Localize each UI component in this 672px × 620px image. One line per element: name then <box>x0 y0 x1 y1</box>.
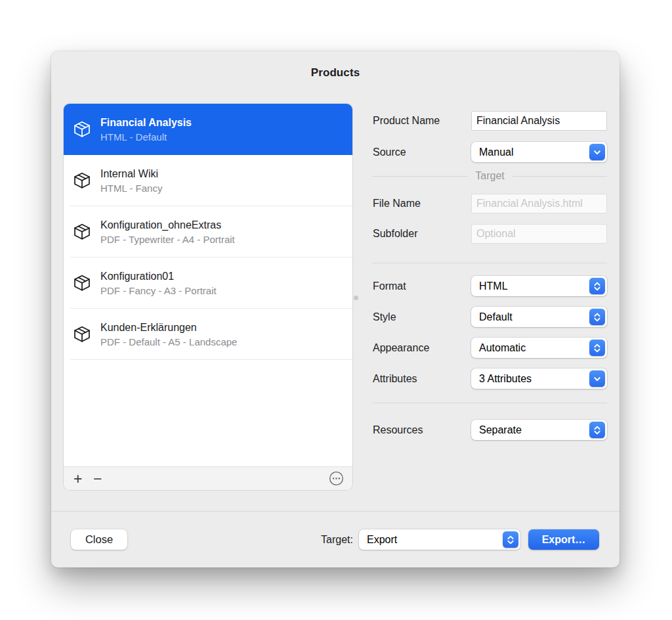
list-item-internal-wiki[interactable]: Internal Wiki HTML - Fancy <box>64 155 352 206</box>
product-name-label: Product Name <box>373 115 440 127</box>
product-list: Financial Analysis HTML - Default Intern… <box>64 104 352 466</box>
page-title: Products <box>51 66 620 79</box>
form-divider <box>373 403 607 403</box>
chevron-up-down-icon <box>589 309 605 325</box>
resources-label: Resources <box>373 424 423 436</box>
source-label: Source <box>373 146 406 158</box>
form-divider <box>373 263 607 263</box>
subfolder-label: Subfolder <box>373 228 418 240</box>
style-select[interactable]: Default <box>471 307 607 327</box>
product-title: Internal Wiki <box>100 167 162 181</box>
chevron-down-icon <box>589 370 605 387</box>
product-title: Konfiguration01 <box>100 269 217 283</box>
product-subtitle: PDF - Fancy - A3 - Portrait <box>100 284 217 297</box>
chevron-down-icon <box>589 144 605 160</box>
product-title: Financial Analysis <box>100 116 192 129</box>
format-label: Format <box>373 280 406 292</box>
format-select[interactable]: HTML <box>471 276 607 296</box>
chevron-up-down-icon <box>589 340 605 356</box>
remove-product-button[interactable]: − <box>93 469 113 489</box>
product-name-field[interactable] <box>471 111 607 131</box>
product-subtitle: HTML - Default <box>100 131 192 143</box>
target-group-label: Target <box>475 170 504 182</box>
chevron-up-down-icon <box>589 422 605 438</box>
product-title: Konfiguration_ohneExtras <box>100 218 235 232</box>
shippingbox-icon <box>72 120 92 139</box>
file-name-field[interactable] <box>471 194 607 213</box>
close-button[interactable]: Close <box>71 529 127 550</box>
product-subtitle: PDF - Default - A5 - Landscape <box>100 336 237 348</box>
target-label: Target: <box>287 529 353 550</box>
footer-divider <box>51 511 620 512</box>
source-select[interactable]: Manual <box>471 142 607 162</box>
add-product-button[interactable]: + <box>74 469 93 489</box>
product-subtitle: HTML - Fancy <box>100 182 162 194</box>
export-button[interactable]: Export… <box>528 529 599 550</box>
list-item-kunden-erklaerungen[interactable]: Kunden-Erklärungen PDF - Default - A5 - … <box>64 309 352 360</box>
file-name-label: File Name <box>373 198 421 210</box>
appearance-select[interactable]: Automatic <box>471 338 607 358</box>
shippingbox-icon <box>72 222 92 242</box>
list-item-konfiguration01[interactable]: Konfiguration01 PDF - Fancy - A3 - Portr… <box>64 257 352 309</box>
product-subtitle: PDF - Typewriter - A4 - Portrait <box>100 233 235 246</box>
products-dialog: Products Financial Analysis HTML - Defau… <box>51 51 620 567</box>
product-title: Kunden-Erklärungen <box>100 321 237 334</box>
target-select[interactable]: Export <box>359 529 520 550</box>
splitter-handle[interactable] <box>354 296 358 300</box>
shippingbox-icon <box>72 171 92 190</box>
list-toolbar: + − <box>64 466 352 490</box>
appearance-label: Appearance <box>373 342 429 354</box>
attributes-label: Attributes <box>373 373 417 385</box>
shippingbox-icon <box>72 324 92 344</box>
list-item-financial-analysis[interactable]: Financial Analysis HTML - Default <box>64 104 352 155</box>
resources-select[interactable]: Separate <box>471 420 607 440</box>
chevron-up-down-icon <box>589 278 605 294</box>
ellipsis-circle-icon <box>329 471 344 486</box>
more-options-button[interactable] <box>328 471 344 487</box>
attributes-select[interactable]: 3 Attributes <box>471 368 607 389</box>
chevron-up-down-icon <box>503 531 518 548</box>
style-label: Style <box>373 311 396 323</box>
target-group-divider: Target <box>373 170 607 182</box>
subfolder-field[interactable] <box>471 224 607 244</box>
product-list-panel: Financial Analysis HTML - Default Intern… <box>64 104 352 490</box>
list-item-konfiguration-ohneextras[interactable]: Konfiguration_ohneExtras PDF - Typewrite… <box>64 206 352 257</box>
shippingbox-icon <box>72 273 92 293</box>
